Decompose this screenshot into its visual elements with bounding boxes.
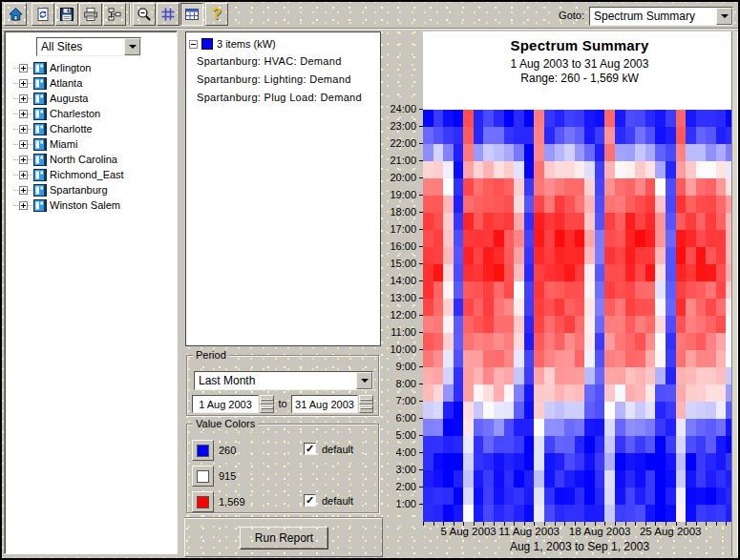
period-preset-arrow[interactable] [356, 372, 372, 389]
y-axis-tick-label: 20:00 [382, 172, 416, 183]
building-icon [33, 77, 47, 90]
tree-site-row[interactable]: Winston Salem [5, 197, 175, 213]
y-axis-tick-label: 1:00 [382, 498, 416, 509]
color-stop-value: 260 [219, 445, 236, 456]
chevron-down-icon [129, 45, 137, 49]
y-axis-tick [419, 143, 423, 144]
spin-down-icon[interactable] [260, 404, 274, 414]
site-name[interactable]: Charleston [50, 108, 100, 119]
legend-header-label: 3 items (kW) [217, 38, 276, 50]
tree-connector [13, 175, 18, 176]
period-start-spinner[interactable]: 1 Aug 2003 [192, 395, 274, 413]
home-icon [8, 7, 24, 22]
x-axis-caption: Aug 1, 2003 to Sep 1, 2003 [423, 540, 736, 553]
expand-plus-icon[interactable] [19, 79, 28, 88]
default-checkbox-label: default [322, 495, 353, 507]
site-name[interactable]: Richmond_East [50, 169, 124, 180]
tree-site-row[interactable]: Miami [5, 136, 175, 152]
print-button[interactable] [79, 3, 102, 26]
grid-icon [160, 7, 176, 22]
building-icon [33, 199, 47, 212]
legend-color-swatch [201, 38, 213, 50]
site-name[interactable]: Atlanta [50, 77, 82, 89]
tree-connector [28, 114, 32, 114]
table-button[interactable] [180, 3, 203, 26]
legend-item[interactable]: Spartanburg: HVAC: Demand [197, 55, 342, 67]
tree-site-row[interactable]: Charleston [5, 106, 175, 121]
tree-site-row[interactable]: Arlington [5, 60, 175, 75]
default-checkbox[interactable]: ✓ [304, 443, 316, 455]
table-icon [184, 7, 200, 22]
spin-down-icon[interactable] [359, 404, 373, 414]
tree-site-row[interactable]: Charlotte [5, 121, 175, 136]
y-axis-tick [419, 109, 423, 110]
chart-range-label: Range: 260 - 1,569 kW [423, 72, 736, 85]
site-name[interactable]: Augusta [50, 93, 88, 104]
refresh-button[interactable] [32, 3, 54, 26]
tree-connector [28, 159, 32, 160]
tree-connector [13, 83, 18, 84]
default-checkbox[interactable]: ✓ [304, 494, 316, 507]
site-name[interactable]: North Carolina [50, 154, 117, 165]
period-preset-combobox[interactable]: Last Month [194, 371, 373, 390]
save-button[interactable] [55, 3, 78, 26]
tree-site-row[interactable]: Richmond_East [5, 167, 175, 182]
building-icon [33, 184, 47, 197]
expand-plus-icon[interactable] [19, 110, 28, 118]
expand-plus-icon[interactable] [19, 140, 28, 149]
expand-plus-icon[interactable] [19, 186, 28, 195]
site-name[interactable]: Winston Salem [50, 199, 120, 211]
home-button[interactable] [4, 3, 27, 26]
site-tree-button[interactable] [103, 3, 126, 26]
period-to-label: to [276, 398, 289, 409]
tree-connector [28, 98, 32, 99]
site-name[interactable]: Arlington [50, 62, 91, 73]
expand-plus-icon[interactable] [19, 94, 28, 103]
spin-up-icon[interactable] [359, 395, 373, 404]
color-stop-value: 915 [219, 470, 236, 482]
legend-item[interactable]: Spartanburg: Plug Load: Demand [197, 92, 362, 103]
run-report-button[interactable]: Run Report [240, 527, 328, 550]
expand-plus-icon[interactable] [19, 201, 28, 210]
color-stop-button[interactable] [192, 491, 214, 512]
tree-site-row[interactable]: North Carolina [5, 152, 175, 167]
y-axis-tick [419, 280, 423, 281]
color-stop-button[interactable] [192, 466, 214, 487]
y-axis-tick-label: 2:00 [382, 481, 416, 492]
expand-plus-icon[interactable] [19, 125, 28, 134]
period-start-value[interactable]: 1 Aug 2003 [192, 395, 259, 413]
help-button[interactable]: ? [205, 3, 228, 26]
site-name[interactable]: Miami [50, 138, 77, 150]
tree-connector [13, 129, 18, 130]
period-end-spinner[interactable]: 31 Aug 2003 [291, 395, 373, 413]
sites-filter-arrow[interactable] [124, 38, 140, 55]
building-icon [33, 169, 47, 181]
period-end-value[interactable]: 31 Aug 2003 [291, 395, 358, 413]
goto-combobox[interactable]: Spectrum Summary [589, 7, 733, 26]
expand-plus-icon[interactable] [19, 156, 28, 164]
print-icon [83, 7, 98, 22]
expand-plus-icon[interactable] [19, 64, 28, 73]
chevron-down-icon [361, 379, 369, 383]
building-icon [33, 184, 47, 197]
goto-combobox-value: Spectrum Summary [594, 10, 716, 23]
site-name[interactable]: Spartanburg [50, 184, 108, 196]
zoom-out-button[interactable] [133, 3, 156, 26]
sites-filter-combobox[interactable]: All Sites [36, 37, 141, 56]
tree-site-row[interactable]: Spartanburg [5, 182, 175, 197]
y-axis-tick [419, 401, 423, 402]
collapse-minus-icon[interactable] [189, 40, 198, 49]
x-axis-tick-label: 25 Aug 2003 [630, 526, 710, 537]
y-axis-tick-label: 17:00 [382, 223, 416, 235]
grid-button[interactable] [157, 3, 180, 26]
goto-combobox-arrow[interactable] [716, 8, 732, 25]
spin-up-icon[interactable] [260, 395, 274, 404]
legend-item[interactable]: Spartanburg: Lighting: Demand [197, 73, 351, 85]
tree-site-row[interactable]: Atlanta [5, 75, 175, 91]
expand-plus-icon[interactable] [19, 171, 28, 179]
zoom-out-icon [137, 7, 152, 22]
chart-title: Spectrum Summary [423, 37, 736, 53]
tree-site-row[interactable]: Augusta [5, 91, 175, 106]
site-name[interactable]: Charlotte [50, 123, 93, 135]
color-stop-button[interactable] [192, 440, 214, 461]
